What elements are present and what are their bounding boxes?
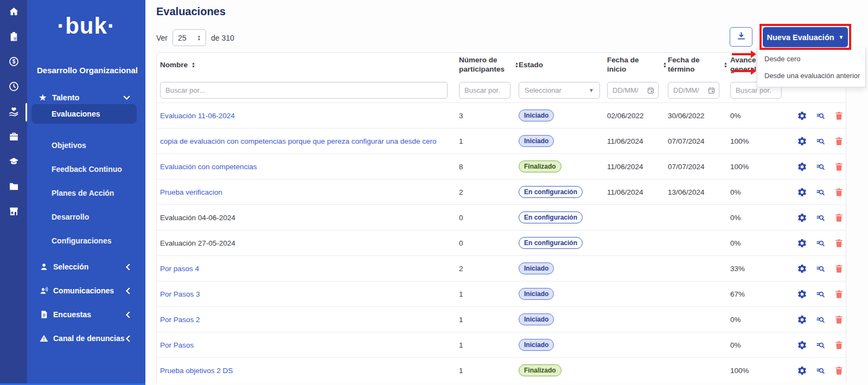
per-page-value: 25 [178, 34, 187, 42]
download-button[interactable] [730, 27, 752, 47]
participants-filter-input[interactable] [459, 82, 510, 99]
rail-item-folder[interactable] [0, 175, 27, 200]
estado-filter-select[interactable]: Seleccionar ▼ [519, 82, 600, 99]
settings-icon[interactable] [797, 264, 807, 274]
evaluation-link[interactable]: Prueba verificacion [160, 188, 222, 196]
status-badge: Iniciado [519, 135, 554, 147]
settings-icon[interactable] [797, 136, 807, 146]
delete-icon[interactable] [834, 264, 844, 274]
settings-icon[interactable] [797, 162, 807, 172]
evaluation-link[interactable]: Evaluación 11-06-2024 [160, 112, 235, 120]
evaluation-link[interactable]: Prueba objetivos 2 DS [160, 367, 233, 375]
detail-search-icon[interactable] [815, 213, 826, 223]
rail-item-graduation-cap[interactable] [0, 150, 27, 175]
sort-icon[interactable]: ▲▼ [663, 62, 667, 68]
start-date-filter-input[interactable] [607, 82, 659, 99]
evaluation-link[interactable]: Por Pasos [160, 341, 194, 349]
sidebar-group-encuestas[interactable]: Encuestas [27, 303, 145, 326]
sidebar-group-canal-de-denuncias[interactable]: Canal de denuncias [27, 326, 145, 350]
delete-icon[interactable] [834, 136, 844, 146]
evaluation-link[interactable]: Evaluación con competencias [160, 163, 257, 171]
detail-search-icon[interactable] [815, 187, 826, 197]
sort-icon[interactable]: ▲▼ [192, 62, 195, 68]
progress-value: 67% [730, 290, 793, 298]
sidebar-group-comunicaciones[interactable]: Comunicaciones [27, 279, 145, 303]
detail-search-icon[interactable] [815, 315, 826, 325]
detail-search-icon[interactable] [815, 238, 826, 248]
delete-icon[interactable] [834, 162, 844, 172]
status-badge: Iniciado [519, 262, 554, 274]
name-filter-input[interactable] [160, 82, 448, 99]
column-header-n-mero-de-participantes[interactable]: Número de participantes▲▼ [459, 56, 519, 74]
sidebar-item-evaluaciones[interactable]: Evaluaciones [31, 104, 137, 124]
caret-down-icon: ▼ [839, 34, 844, 40]
evaluation-link[interactable]: Por Pasos 2 [160, 316, 200, 324]
sidebar-group-selecci-n[interactable]: Selección [27, 255, 145, 279]
delete-icon[interactable] [834, 187, 844, 197]
delete-icon[interactable] [834, 238, 844, 248]
delete-icon[interactable] [834, 213, 844, 223]
detail-search-icon[interactable] [815, 162, 826, 172]
column-label: Estado [519, 61, 543, 70]
sidebar-item-desarrollo[interactable]: Desarrollo [27, 205, 145, 229]
detail-search-icon[interactable] [815, 111, 826, 121]
estado-select-placeholder: Seleccionar [525, 86, 561, 94]
delete-icon[interactable] [834, 315, 844, 325]
sidebar-item-feedback-continuo[interactable]: Feedback Continuo [27, 157, 145, 181]
new-evaluation-label: Nueva Evaluación [767, 33, 834, 42]
table-row: copia de evaluación con competencias por… [157, 128, 846, 153]
delete-icon[interactable] [834, 289, 844, 299]
settings-icon[interactable] [797, 213, 807, 223]
evaluation-link[interactable]: Por Pasos 3 [160, 290, 200, 298]
menu-item-desde-cero[interactable]: Desde cero [757, 50, 865, 67]
end-date: 13/06/2024 [668, 188, 730, 196]
chevron-left-icon [125, 287, 130, 294]
table-row: Prueba objetivos 2 DS1Finalizado100% [157, 357, 846, 383]
end-date-filter-input[interactable] [668, 82, 719, 99]
sort-icon[interactable]: ▲▼ [724, 62, 727, 68]
sidebar-item-planes-de-acci-n[interactable]: Planes de Acción [27, 181, 145, 205]
sidebar-item-objetivos[interactable]: Objetivos [27, 133, 145, 157]
column-header-fecha-de-t-rmino[interactable]: Fecha de término▲▼ [668, 56, 730, 74]
delete-icon[interactable] [834, 365, 844, 376]
detail-search-icon[interactable] [815, 340, 826, 350]
settings-icon[interactable] [797, 187, 807, 197]
menu-item-desde-una-evaluaci-n-anterior[interactable]: Desde una evaluación anterior [757, 67, 865, 84]
chevron-left-icon [125, 264, 130, 271]
download-icon [736, 31, 746, 43]
per-page-select[interactable]: 25 ▲▼ [173, 29, 206, 46]
chevron-down-icon [123, 95, 130, 100]
settings-icon[interactable] [797, 365, 807, 376]
sidebar-group-label: Canal de denuncias [53, 334, 124, 343]
rail-item-home[interactable] [0, 0, 27, 25]
progress-value: 100% [730, 367, 793, 375]
evaluation-link[interactable]: copia de evaluación con competencias por… [160, 137, 437, 145]
evaluation-link[interactable]: Por pasos 4 [160, 265, 199, 273]
settings-icon[interactable] [797, 238, 807, 248]
participants-count: 1 [459, 316, 519, 324]
participants-count: 1 [459, 290, 519, 298]
detail-search-icon[interactable] [815, 136, 826, 146]
rail-item-storefront[interactable] [0, 200, 27, 224]
rail-item-hand-heart[interactable] [0, 100, 27, 125]
rail-item-clipboard-clock[interactable] [0, 25, 27, 50]
rail-item-briefcase[interactable] [0, 125, 27, 150]
detail-search-icon[interactable] [815, 289, 826, 299]
detail-search-icon[interactable] [815, 365, 826, 376]
column-header-nombre[interactable]: Nombre▲▼ [157, 61, 459, 70]
delete-icon[interactable] [834, 340, 844, 350]
column-header-estado[interactable]: Estado [519, 61, 607, 70]
delete-icon[interactable] [834, 111, 844, 121]
detail-search-icon[interactable] [815, 264, 826, 274]
sort-icon[interactable]: ▲▼ [515, 62, 519, 68]
sidebar-group-label: Comunicaciones [53, 286, 114, 295]
new-evaluation-button[interactable]: Nueva Evaluación ▼ [763, 27, 848, 47]
settings-icon[interactable] [797, 111, 807, 121]
rail-item-clock[interactable] [0, 75, 27, 100]
settings-icon[interactable] [797, 340, 807, 350]
settings-icon[interactable] [797, 315, 807, 325]
column-header-fecha-de-inicio[interactable]: Fecha de inicio▲▼ [607, 56, 668, 74]
settings-icon[interactable] [797, 289, 807, 299]
sidebar-item-configuraciones[interactable]: Configuraciones [27, 229, 145, 253]
rail-item-money[interactable]: $ [0, 50, 27, 75]
